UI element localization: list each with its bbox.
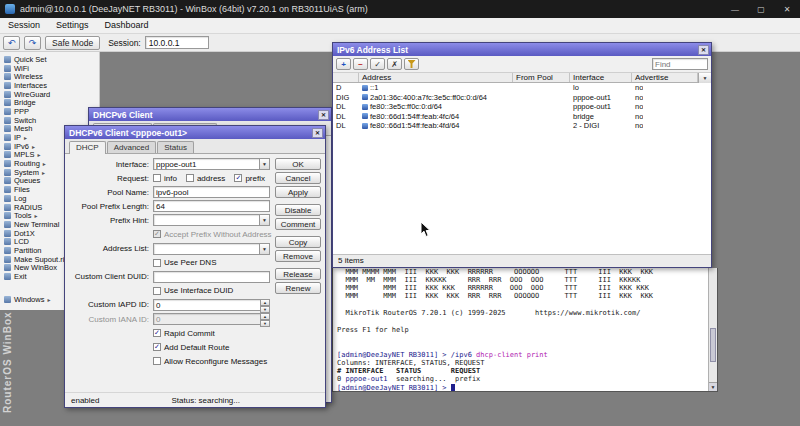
maximize-button[interactable]: ▢: [748, 0, 774, 18]
radius-icon: [4, 204, 11, 211]
renew-button[interactable]: Renew: [275, 282, 321, 294]
sidebar-item-ppp[interactable]: PPP: [0, 107, 99, 116]
tab-status[interactable]: Status: [157, 141, 194, 153]
pool-prefix-length-field[interactable]: 64: [153, 200, 270, 212]
close-icon[interactable]: ✕: [318, 110, 329, 120]
scroll-down-icon[interactable]: ▼: [709, 382, 717, 391]
disable-button[interactable]: Disable: [275, 204, 321, 216]
filter-button[interactable]: [404, 58, 419, 70]
apply-button[interactable]: Apply: [275, 186, 321, 198]
custom-client-duid-field[interactable]: [153, 271, 270, 283]
redo-button[interactable]: ↷: [24, 36, 41, 50]
table-row[interactable]: DL fe80::66d1:54ff:feab:4fd/64 2 - DIGI …: [333, 121, 711, 131]
session-value-field[interactable]: 10.0.0.1: [145, 36, 209, 49]
remove-button[interactable]: −: [353, 58, 368, 70]
table-row[interactable]: DL fe80::66d1:54ff:feab:4fc/64 bridge no: [333, 112, 711, 122]
tab-dhcp[interactable]: DHCP: [69, 141, 106, 154]
request-prefix-checkbox[interactable]: [234, 174, 242, 182]
add-default-route-row[interactable]: Add Default Route: [153, 341, 270, 353]
partition-icon: [4, 247, 11, 254]
pool-name-field[interactable]: ipv6-pool: [153, 186, 270, 198]
accept-prefix-row[interactable]: Accept Prefix Without Address: [153, 228, 270, 240]
sidebar-item-wifi[interactable]: WiFi: [0, 64, 99, 73]
table-row[interactable]: DIG 2a01:36c:400:a7fc:3e5c:ff0c:0:d/64 p…: [333, 93, 711, 103]
spin-up-icon[interactable]: ▲: [260, 299, 270, 306]
menu-session[interactable]: Session: [0, 18, 48, 33]
undo-button[interactable]: ↶: [3, 36, 20, 50]
use-peer-dns-row[interactable]: Use Peer DNS: [153, 257, 270, 269]
ipv6-address-list-titlebar[interactable]: IPv6 Address List ✕: [333, 43, 711, 56]
pool-name-label: Pool Name:: [69, 188, 153, 197]
prefix-hint-label: Prefix Hint:: [69, 216, 153, 225]
chevron-down-icon[interactable]: ▼: [259, 243, 270, 255]
disable-button[interactable]: ✗: [387, 58, 402, 70]
address-list-select[interactable]: ▼: [153, 243, 270, 255]
minimize-button[interactable]: —: [722, 0, 748, 18]
terminal-command: dhcp-client print: [476, 351, 548, 359]
remove-button[interactable]: Remove: [275, 250, 321, 262]
copy-button[interactable]: Copy: [275, 236, 321, 248]
enable-button[interactable]: ✓: [370, 58, 385, 70]
terminal-scrollbar[interactable]: ▼: [708, 268, 717, 391]
scrollbar-thumb[interactable]: [710, 328, 716, 362]
use-interface-duid-label: Use Interface DUID: [164, 286, 233, 295]
ok-button[interactable]: OK: [275, 158, 321, 170]
menu-settings[interactable]: Settings: [48, 18, 97, 33]
submenu-arrow-icon: [47, 296, 50, 303]
comment-button[interactable]: Comment: [275, 218, 321, 230]
use-peer-dns-checkbox[interactable]: [153, 259, 161, 267]
dhcpv6-dialog-titlebar[interactable]: DHCPv6 Client <pppoe-out1> ✕: [65, 126, 325, 139]
column-interface[interactable]: Interface: [570, 73, 632, 82]
safe-mode-button[interactable]: Safe Mode: [45, 36, 100, 50]
sidebar-item-wireguard[interactable]: WireGuard: [0, 90, 99, 99]
column-from-pool[interactable]: From Pool: [513, 73, 570, 82]
terminal-window[interactable]: MMM MMM KKK TTTTTTTTTTT KKK MMMM MMMM KK…: [332, 268, 718, 392]
rapid-commit-checkbox[interactable]: [153, 329, 161, 337]
table-row[interactable]: DL fe80::3e5c:ff0c:0:d/64 pppoe-out1 no: [333, 102, 711, 112]
request-address-checkbox[interactable]: [186, 174, 194, 182]
add-default-route-checkbox[interactable]: [153, 343, 161, 351]
chevron-down-icon[interactable]: ▼: [259, 214, 270, 226]
column-advertise[interactable]: Advertise: [632, 73, 698, 82]
find-input[interactable]: [652, 58, 708, 70]
close-icon[interactable]: ✕: [698, 45, 709, 55]
add-button[interactable]: +: [336, 58, 351, 70]
spin-down-icon[interactable]: ▼: [260, 306, 270, 313]
request-prefix-option[interactable]: prefix: [234, 174, 265, 183]
sidebar-item-quick-set[interactable]: Quick Set: [0, 55, 99, 64]
use-interface-duid-checkbox[interactable]: [153, 287, 161, 295]
dhcpv6-client-window-titlebar[interactable]: DHCPv6 Client ✕: [89, 108, 331, 121]
use-interface-duid-row[interactable]: Use Interface DUID: [153, 285, 270, 297]
close-icon[interactable]: ✕: [312, 128, 323, 138]
rapid-commit-row[interactable]: Rapid Commit: [153, 327, 270, 339]
prefix-hint-select[interactable]: ▼: [153, 214, 270, 226]
allow-reconfigure-checkbox[interactable]: [153, 357, 161, 365]
sidebar-item-interfaces[interactable]: Interfaces: [0, 81, 99, 90]
column-address[interactable]: Address: [359, 73, 513, 82]
close-button[interactable]: ✕: [774, 0, 800, 18]
interface-select[interactable]: pppoe-out1 ▼: [153, 158, 270, 170]
release-button[interactable]: Release: [275, 268, 321, 280]
table-row[interactable]: D ::1 lo no: [333, 83, 711, 93]
column-selector-button[interactable]: ▼: [698, 73, 711, 83]
tab-advanced[interactable]: Advanced: [107, 141, 157, 153]
sidebar-item-bridge[interactable]: Bridge: [0, 98, 99, 107]
request-info-checkbox[interactable]: [153, 174, 161, 182]
terminal-table-header: # INTERFACE STATUS REQUEST: [337, 367, 717, 375]
cancel-button[interactable]: Cancel: [275, 172, 321, 184]
request-info-option[interactable]: info: [153, 174, 177, 183]
sidebar-item-wireless[interactable]: Wireless: [0, 72, 99, 81]
request-address-option[interactable]: address: [186, 174, 225, 183]
plus-icon: +: [341, 60, 346, 69]
menubar: Session Settings Dashboard: [0, 18, 800, 34]
menu-dashboard[interactable]: Dashboard: [97, 18, 157, 33]
mpls-icon: [4, 151, 11, 158]
filter-funnel-icon: [408, 60, 416, 68]
sidebar-item-switch[interactable]: Switch: [0, 116, 99, 125]
custom-iapd-stepper[interactable]: 0 ▲ ▼: [153, 299, 270, 311]
terminal-content[interactable]: MMM MMM KKK TTTTTTTTTTT KKK MMMM MMMM KK…: [333, 268, 717, 392]
chevron-down-icon[interactable]: ▼: [259, 158, 270, 170]
allow-reconfigure-row[interactable]: Allow Reconfigure Messages: [153, 355, 270, 367]
column-flags[interactable]: [333, 73, 359, 82]
accept-prefix-checkbox[interactable]: [153, 230, 161, 238]
